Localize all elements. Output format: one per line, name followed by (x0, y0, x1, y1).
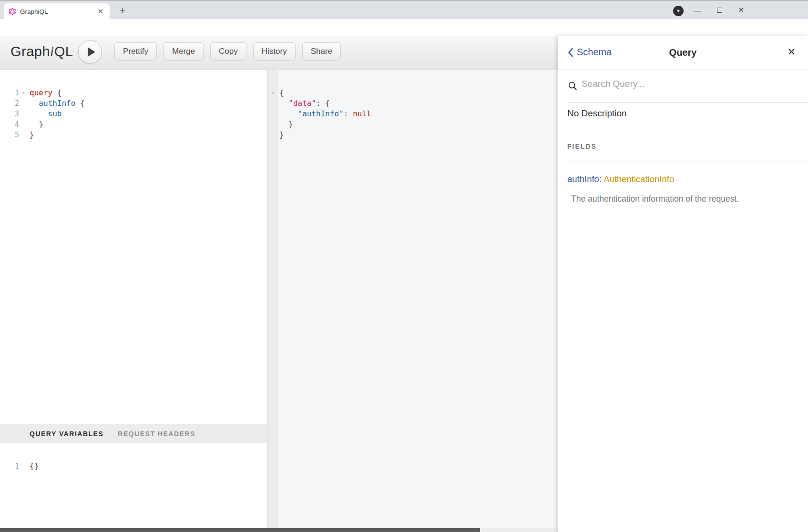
doc-no-description: No Description (567, 108, 627, 119)
graphiql-toolbar: GraphiQL PrettifyMergeCopyHistoryShare (0, 36, 558, 70)
variables-editor[interactable]: 1{} (0, 443, 267, 532)
fold-arrow-icon[interactable]: ▾ (269, 88, 276, 98)
window-minimize-button[interactable]: — (686, 0, 708, 20)
toolbar-buttons: PrettifyMergeCopyHistoryShare (114, 42, 341, 61)
code-line: 1{} (0, 461, 267, 471)
browser-addressbar: ← → ⟳ localhost:3000/graphql ☆ (0, 19, 808, 35)
doc-search-input[interactable] (582, 79, 782, 89)
line-number: 3 (0, 109, 19, 119)
doc-explorer-header: Schema Query ✕ (558, 36, 808, 70)
line-number: 1 (0, 461, 19, 471)
code-line: 1▾query { (0, 88, 267, 98)
code-line: 4 } (0, 119, 267, 130)
variables-tab-bar: QUERY VARIABLESREQUEST HEADERS (0, 424, 267, 443)
variables-editor-lines[interactable]: 1{} (0, 443, 267, 471)
code-line: 2 authInfo { (0, 98, 267, 109)
field-name-link[interactable]: authInfo (567, 174, 599, 184)
download-bubble-icon[interactable]: ▼ (673, 6, 684, 16)
toolbar-button-copy[interactable]: Copy (210, 42, 246, 61)
doc-fields-header: FIELDS (567, 143, 597, 150)
tab-title: GraphiQL (20, 8, 96, 15)
search-icon (568, 82, 577, 91)
variables-tab-request-headers[interactable]: REQUEST HEADERS (118, 430, 195, 438)
search-underline (567, 102, 808, 102)
graphiql-logo: GraphiQL (10, 44, 73, 60)
code-line: "authInfo": null (267, 109, 558, 119)
code-line: 5} (0, 130, 267, 140)
field-type-link[interactable]: AuthenticationInfo (603, 174, 674, 184)
browser-titlebar: GraphiQL ✕ + ▼ — ✕ (0, 0, 808, 19)
tab-close-icon[interactable]: ✕ (96, 7, 105, 16)
code-line: } (267, 130, 558, 140)
code-line: 3 sub (0, 109, 267, 119)
graphiql-app: GraphiQL PrettifyMergeCopyHistoryShare 1… (0, 36, 808, 532)
fields-divider (567, 162, 808, 162)
browser-tab[interactable]: GraphiQL ✕ (4, 3, 110, 20)
line-number: 2 (0, 98, 19, 109)
horizontal-scrollbar[interactable] (0, 528, 558, 532)
toolbar-button-share[interactable]: Share (302, 42, 341, 61)
doc-field-description: The authentication information of the re… (571, 194, 739, 204)
query-editor-lines[interactable]: 1▾query {2 authInfo {3 sub4 }5} (0, 70, 267, 140)
doc-field-authinfo: authInfo: AuthenticationInfo (567, 174, 674, 184)
line-number: 5 (0, 130, 19, 140)
code-line: } (267, 119, 558, 130)
result-viewer-lines: ▾{ "data": { "authInfo": null }} (267, 70, 558, 140)
code-line: "data": { (267, 98, 558, 109)
query-editor[interactable]: 1▾query {2 authInfo {3 sub4 }5} QUERY VA… (0, 70, 267, 532)
doc-title: Query (558, 47, 808, 58)
result-viewer[interactable]: ▾{ "data": { "authInfo": null }} (267, 70, 558, 532)
graphql-favicon-icon (9, 8, 16, 15)
toolbar-button-history[interactable]: History (253, 42, 296, 61)
fold-arrow-icon[interactable]: ▾ (20, 88, 27, 98)
variables-tab-query-variables[interactable]: QUERY VARIABLES (30, 430, 103, 438)
toolbar-button-prettify[interactable]: Prettify (114, 42, 157, 61)
horizontal-scrollbar-thumb[interactable] (0, 528, 480, 532)
doc-explorer-panel: Schema Query ✕ No Description FIELDS aut… (558, 36, 808, 532)
toolbar-button-merge[interactable]: Merge (164, 42, 204, 61)
execute-query-button[interactable] (78, 40, 102, 64)
line-number: 1 (0, 88, 19, 98)
code-line: ▾{ (267, 88, 558, 98)
window-close-button[interactable]: ✕ (730, 0, 752, 20)
doc-search-row (558, 70, 808, 102)
new-tab-button[interactable]: + (116, 4, 129, 18)
doc-close-icon[interactable]: ✕ (787, 46, 796, 58)
line-number: 4 (0, 119, 19, 130)
window-maximize-button[interactable] (708, 0, 730, 20)
play-icon (88, 47, 95, 57)
